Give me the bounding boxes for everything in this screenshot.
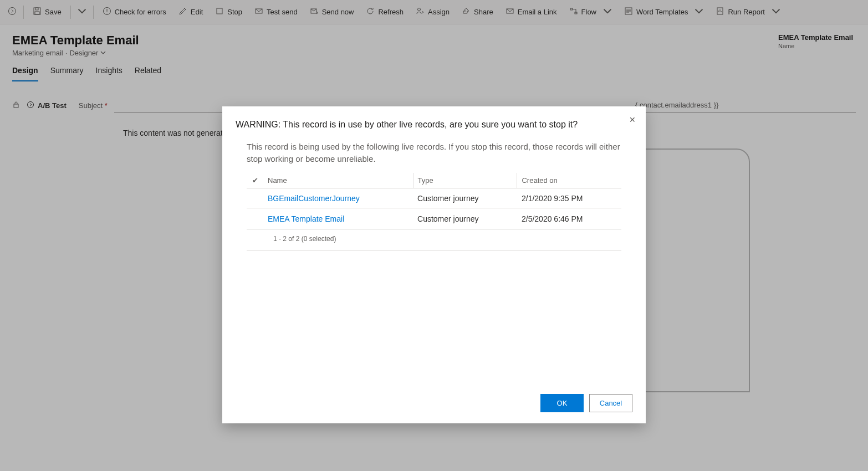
cancel-button[interactable]: Cancel [589, 394, 632, 412]
modal-message: This record is being used by the followi… [236, 141, 632, 165]
check-icon: ✔ [252, 176, 258, 185]
record-type: Customer journey [413, 188, 517, 208]
modal-title: WARNING: This record is in use by other … [236, 120, 632, 130]
modal-footer: OK Cancel [236, 394, 632, 412]
modal-overlay: ✕ WARNING: This record is in use by othe… [0, 0, 868, 471]
close-icon: ✕ [629, 115, 636, 124]
records-table: ✔ Name Type Created on BGEmailCustomerJo… [247, 173, 621, 229]
record-link[interactable]: EMEA Template Email [268, 214, 344, 223]
close-button[interactable]: ✕ [627, 114, 638, 125]
ok-button[interactable]: OK [540, 394, 584, 412]
record-created: 2/1/2020 9:35 PM [517, 188, 621, 208]
table-row[interactable]: BGEmailCustomerJourney Customer journey … [247, 188, 621, 208]
col-check[interactable]: ✔ [247, 173, 263, 188]
col-name[interactable]: Name [263, 173, 413, 188]
record-type: Customer journey [413, 208, 517, 229]
table-row[interactable]: EMEA Template Email Customer journey 2/5… [247, 208, 621, 229]
record-link[interactable]: BGEmailCustomerJourney [268, 194, 360, 203]
warning-modal: ✕ WARNING: This record is in use by othe… [222, 106, 646, 423]
col-type[interactable]: Type [413, 173, 517, 188]
record-created: 2/5/2020 6:46 PM [517, 208, 621, 229]
pagination-label: 1 - 2 of 2 (0 selected) [247, 229, 621, 251]
col-created-on[interactable]: Created on [517, 173, 621, 188]
